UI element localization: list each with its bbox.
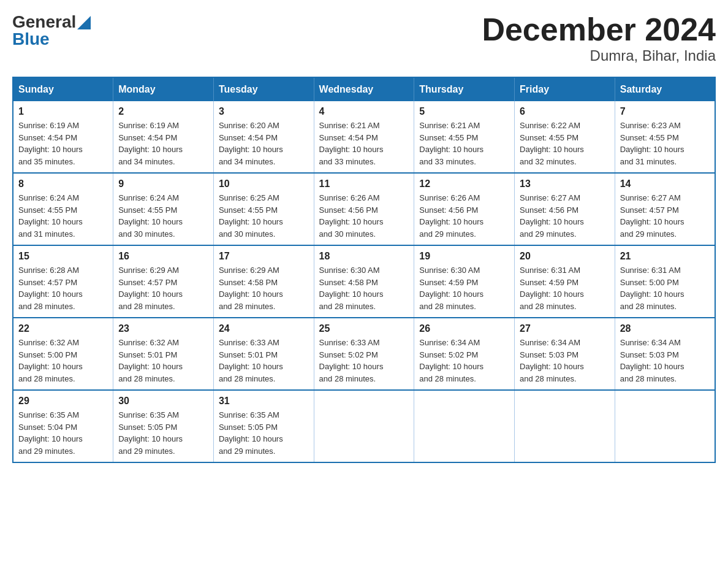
- calendar-cell: 22Sunrise: 6:32 AM Sunset: 5:00 PM Dayli…: [13, 318, 113, 390]
- day-number: 11: [319, 178, 409, 190]
- day-number: 27: [520, 323, 610, 334]
- calendar-cell: 13Sunrise: 6:27 AM Sunset: 4:56 PM Dayli…: [515, 173, 615, 245]
- calendar-cell: 28Sunrise: 6:34 AM Sunset: 5:03 PM Dayli…: [615, 318, 715, 390]
- day-number: 13: [520, 178, 610, 190]
- day-info: Sunrise: 6:20 AM Sunset: 4:54 PM Dayligh…: [219, 120, 309, 167]
- day-info: Sunrise: 6:30 AM Sunset: 4:59 PM Dayligh…: [419, 264, 509, 312]
- day-number: 24: [219, 323, 309, 334]
- calendar-cell: 20Sunrise: 6:31 AM Sunset: 4:59 PM Dayli…: [515, 245, 615, 318]
- calendar-cell: 6Sunrise: 6:22 AM Sunset: 4:55 PM Daylig…: [515, 101, 615, 173]
- day-info: Sunrise: 6:33 AM Sunset: 5:02 PM Dayligh…: [319, 337, 409, 385]
- calendar-cell: 1Sunrise: 6:19 AM Sunset: 4:54 PM Daylig…: [13, 101, 113, 173]
- header-thursday: Thursday: [414, 77, 515, 101]
- calendar-cell: 3Sunrise: 6:20 AM Sunset: 4:54 PM Daylig…: [213, 101, 314, 173]
- calendar-cell: 15Sunrise: 6:28 AM Sunset: 4:57 PM Dayli…: [13, 245, 113, 318]
- calendar-cell: 12Sunrise: 6:26 AM Sunset: 4:56 PM Dayli…: [414, 173, 515, 245]
- page-title: December 2024: [482, 12, 716, 47]
- svg-marker-0: [77, 16, 91, 29]
- header-wednesday: Wednesday: [314, 77, 414, 101]
- day-number: 25: [319, 323, 409, 334]
- day-info: Sunrise: 6:34 AM Sunset: 5:02 PM Dayligh…: [419, 337, 509, 385]
- day-info: Sunrise: 6:29 AM Sunset: 4:57 PM Dayligh…: [118, 264, 208, 312]
- day-number: 15: [18, 251, 108, 262]
- day-info: Sunrise: 6:26 AM Sunset: 4:56 PM Dayligh…: [319, 192, 409, 240]
- day-number: 1: [18, 106, 108, 117]
- calendar-week-row: 1Sunrise: 6:19 AM Sunset: 4:54 PM Daylig…: [13, 101, 715, 173]
- day-info: Sunrise: 6:19 AM Sunset: 4:54 PM Dayligh…: [18, 120, 108, 167]
- header-friday: Friday: [515, 77, 615, 101]
- calendar-week-row: 15Sunrise: 6:28 AM Sunset: 4:57 PM Dayli…: [13, 245, 715, 318]
- day-number: 10: [219, 178, 309, 190]
- day-number: 14: [620, 178, 710, 190]
- day-info: Sunrise: 6:33 AM Sunset: 5:01 PM Dayligh…: [219, 337, 309, 385]
- day-number: 20: [520, 251, 610, 262]
- day-info: Sunrise: 6:35 AM Sunset: 5:05 PM Dayligh…: [118, 409, 208, 457]
- header-sunday: Sunday: [13, 77, 113, 101]
- calendar-cell: 7Sunrise: 6:23 AM Sunset: 4:55 PM Daylig…: [615, 101, 715, 173]
- calendar-cell: [414, 390, 515, 462]
- calendar-week-row: 29Sunrise: 6:35 AM Sunset: 5:04 PM Dayli…: [13, 390, 715, 462]
- day-number: 7: [620, 106, 710, 117]
- calendar-cell: [314, 390, 414, 462]
- calendar-cell: 27Sunrise: 6:34 AM Sunset: 5:03 PM Dayli…: [515, 318, 615, 390]
- calendar-cell: 14Sunrise: 6:27 AM Sunset: 4:57 PM Dayli…: [615, 173, 715, 245]
- calendar-week-row: 8Sunrise: 6:24 AM Sunset: 4:55 PM Daylig…: [13, 173, 715, 245]
- day-number: 26: [419, 323, 509, 334]
- day-number: 12: [419, 178, 509, 190]
- calendar-cell: 25Sunrise: 6:33 AM Sunset: 5:02 PM Dayli…: [314, 318, 414, 390]
- day-info: Sunrise: 6:26 AM Sunset: 4:56 PM Dayligh…: [419, 192, 509, 240]
- day-number: 6: [520, 106, 610, 117]
- day-number: 31: [219, 396, 309, 407]
- logo-blue-text: Blue: [12, 29, 50, 49]
- calendar-cell: 10Sunrise: 6:25 AM Sunset: 4:55 PM Dayli…: [213, 173, 314, 245]
- header-tuesday: Tuesday: [213, 77, 314, 101]
- day-number: 21: [620, 251, 710, 262]
- day-number: 18: [319, 251, 409, 262]
- page-subtitle: Dumra, Bihar, India: [482, 47, 716, 64]
- day-info: Sunrise: 6:34 AM Sunset: 5:03 PM Dayligh…: [620, 337, 710, 385]
- calendar-cell: 9Sunrise: 6:24 AM Sunset: 4:55 PM Daylig…: [113, 173, 214, 245]
- day-info: Sunrise: 6:22 AM Sunset: 4:55 PM Dayligh…: [520, 120, 610, 167]
- day-info: Sunrise: 6:34 AM Sunset: 5:03 PM Dayligh…: [520, 337, 610, 385]
- day-number: 17: [219, 251, 309, 262]
- day-info: Sunrise: 6:21 AM Sunset: 4:54 PM Dayligh…: [319, 120, 409, 167]
- calendar-cell: [515, 390, 615, 462]
- header-monday: Monday: [113, 77, 214, 101]
- day-info: Sunrise: 6:31 AM Sunset: 5:00 PM Dayligh…: [620, 264, 710, 312]
- calendar-cell: 24Sunrise: 6:33 AM Sunset: 5:01 PM Dayli…: [213, 318, 314, 390]
- header-saturday: Saturday: [615, 77, 715, 101]
- day-info: Sunrise: 6:35 AM Sunset: 5:05 PM Dayligh…: [219, 409, 309, 457]
- calendar-cell: 17Sunrise: 6:29 AM Sunset: 4:58 PM Dayli…: [213, 245, 314, 318]
- day-number: 23: [118, 323, 208, 334]
- title-block: December 2024 Dumra, Bihar, India: [482, 12, 716, 64]
- day-info: Sunrise: 6:29 AM Sunset: 4:58 PM Dayligh…: [219, 264, 309, 312]
- day-number: 16: [118, 251, 208, 262]
- day-info: Sunrise: 6:28 AM Sunset: 4:57 PM Dayligh…: [18, 264, 108, 312]
- calendar-cell: 2Sunrise: 6:19 AM Sunset: 4:54 PM Daylig…: [113, 101, 214, 173]
- day-info: Sunrise: 6:27 AM Sunset: 4:57 PM Dayligh…: [620, 192, 710, 240]
- day-info: Sunrise: 6:24 AM Sunset: 4:55 PM Dayligh…: [118, 192, 208, 240]
- calendar-cell: 4Sunrise: 6:21 AM Sunset: 4:54 PM Daylig…: [314, 101, 414, 173]
- day-info: Sunrise: 6:19 AM Sunset: 4:54 PM Dayligh…: [118, 120, 208, 167]
- calendar-cell: 11Sunrise: 6:26 AM Sunset: 4:56 PM Dayli…: [314, 173, 414, 245]
- page-header: General Blue December 2024 Dumra, Bihar,…: [12, 12, 716, 64]
- calendar-week-row: 22Sunrise: 6:32 AM Sunset: 5:00 PM Dayli…: [13, 318, 715, 390]
- calendar-cell: 18Sunrise: 6:30 AM Sunset: 4:58 PM Dayli…: [314, 245, 414, 318]
- day-info: Sunrise: 6:24 AM Sunset: 4:55 PM Dayligh…: [18, 192, 108, 240]
- calendar-header-row: SundayMondayTuesdayWednesdayThursdayFrid…: [13, 77, 715, 101]
- day-number: 3: [219, 106, 309, 117]
- day-info: Sunrise: 6:35 AM Sunset: 5:04 PM Dayligh…: [18, 409, 108, 457]
- calendar-cell: 23Sunrise: 6:32 AM Sunset: 5:01 PM Dayli…: [113, 318, 214, 390]
- calendar-cell: 21Sunrise: 6:31 AM Sunset: 5:00 PM Dayli…: [615, 245, 715, 318]
- day-number: 29: [18, 396, 108, 407]
- day-number: 5: [419, 106, 509, 117]
- day-number: 30: [118, 396, 208, 407]
- day-number: 8: [18, 178, 108, 190]
- day-info: Sunrise: 6:32 AM Sunset: 5:01 PM Dayligh…: [118, 337, 208, 385]
- day-number: 9: [118, 178, 208, 190]
- day-info: Sunrise: 6:21 AM Sunset: 4:55 PM Dayligh…: [419, 120, 509, 167]
- calendar-cell: 29Sunrise: 6:35 AM Sunset: 5:04 PM Dayli…: [13, 390, 113, 462]
- calendar-cell: 26Sunrise: 6:34 AM Sunset: 5:02 PM Dayli…: [414, 318, 515, 390]
- day-info: Sunrise: 6:25 AM Sunset: 4:55 PM Dayligh…: [219, 192, 309, 240]
- calendar-cell: 31Sunrise: 6:35 AM Sunset: 5:05 PM Dayli…: [213, 390, 314, 462]
